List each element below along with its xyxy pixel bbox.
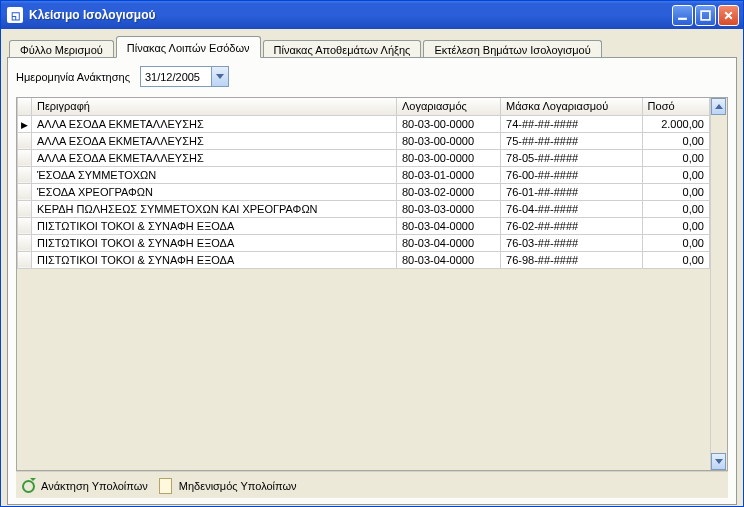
table-row[interactable]: ΈΣΟΔΑ ΣΥΜΜΕΤΟΧΩΝ80-03-01-000076-00-##-##…: [18, 166, 710, 183]
data-grid: Περιγραφή Λογαριασμός Μάσκα Λογαριασμού …: [16, 97, 728, 471]
row-indicator: [18, 200, 32, 217]
col-amount[interactable]: Ποσό: [642, 98, 709, 115]
cell-account[interactable]: 80-03-04-0000: [396, 217, 500, 234]
table-row[interactable]: ΚΕΡΔΗ ΠΩΛΗΣΕΩΣ ΣΥΜΜΕΤΟΧΩΝ ΚΑΙ ΧΡΕΟΓΡΑΦΩΝ…: [18, 200, 710, 217]
tab-panel: Ημερομηνία Ανάκτησης Περιγραφή: [7, 57, 737, 505]
cell-amount[interactable]: 0,00: [642, 200, 709, 217]
row-indicator: [18, 234, 32, 251]
cell-desc[interactable]: ΈΣΟΔΑ ΧΡΕΟΓΡΑΦΩΝ: [32, 183, 397, 200]
minimize-button[interactable]: [672, 5, 693, 26]
cell-account[interactable]: 80-03-00-0000: [396, 132, 500, 149]
close-button[interactable]: [718, 5, 739, 26]
cell-mask[interactable]: 76-98-##-####: [501, 251, 643, 268]
col-mask[interactable]: Μάσκα Λογαριασμού: [501, 98, 643, 115]
table-row[interactable]: ΠΙΣΤΩΤΙΚΟΙ ΤΟΚΟΙ & ΣΥΝΑΦΗ ΕΞΟΔΑ80-03-04-…: [18, 234, 710, 251]
document-icon: [158, 478, 174, 494]
row-indicator: ▶: [18, 115, 32, 132]
cell-amount[interactable]: 0,00: [642, 217, 709, 234]
cell-mask[interactable]: 76-03-##-####: [501, 234, 643, 251]
tabstrip: Φύλλο Μερισμού Πίνακας Λοιπών Εσόδων Πίν…: [7, 35, 737, 58]
retrieval-date-label: Ημερομηνία Ανάκτησης: [16, 71, 130, 83]
cell-desc[interactable]: ΑΛΛΑ ΕΣΟΔΑ ΕΚΜΕΤΑΛΛΕΥΣΗΣ: [32, 115, 397, 132]
reset-balances-label: Μηδενισμός Υπολοίπων: [179, 480, 297, 492]
retrieval-date-input[interactable]: [140, 66, 229, 87]
cell-account[interactable]: 80-03-02-0000: [396, 183, 500, 200]
table-row[interactable]: ΑΛΛΑ ΕΣΟΔΑ ΕΚΜΕΤΑΛΛΕΥΣΗΣ80-03-00-000075-…: [18, 132, 710, 149]
window-title: Κλείσιμο Ισολογισμού: [29, 8, 672, 22]
titlebar: ◱ Κλείσιμο Ισολογισμού: [1, 1, 743, 29]
action-bar: Ανάκτηση Υπολοίπων Μηδενισμός Υπολοίπων: [16, 471, 728, 498]
table-row[interactable]: ▶ΑΛΛΑ ΕΣΟΔΑ ΕΚΜΕΤΑΛΛΕΥΣΗΣ80-03-00-000074…: [18, 115, 710, 132]
scroll-up-button[interactable]: [711, 98, 726, 115]
cell-desc[interactable]: ΠΙΣΤΩΤΙΚΟΙ ΤΟΚΟΙ & ΣΥΝΑΦΗ ΕΞΟΔΑ: [32, 217, 397, 234]
maximize-button[interactable]: [695, 5, 716, 26]
cell-account[interactable]: 80-03-00-0000: [396, 115, 500, 132]
retrieval-date-row: Ημερομηνία Ανάκτησης: [16, 66, 728, 87]
retrieve-balances-label: Ανάκτηση Υπολοίπων: [41, 480, 148, 492]
grid-header-row: Περιγραφή Λογαριασμός Μάσκα Λογαριασμού …: [18, 98, 710, 115]
client-area: Φύλλο Μερισμού Πίνακας Λοιπών Εσόδων Πίν…: [1, 29, 743, 506]
row-indicator: [18, 217, 32, 234]
vertical-scrollbar[interactable]: [710, 98, 727, 470]
row-indicator: [18, 251, 32, 268]
cell-mask[interactable]: 75-##-##-####: [501, 132, 643, 149]
cell-amount[interactable]: 0,00: [642, 234, 709, 251]
table-row[interactable]: ΈΣΟΔΑ ΧΡΕΟΓΡΑΦΩΝ80-03-02-000076-01-##-##…: [18, 183, 710, 200]
app-icon: ◱: [7, 7, 23, 23]
cell-desc[interactable]: ΠΙΣΤΩΤΙΚΟΙ ΤΟΚΟΙ & ΣΥΝΑΦΗ ΕΞΟΔΑ: [32, 251, 397, 268]
app-window: ◱ Κλείσιμο Ισολογισμού Φύλλο Μερισμού Πί…: [0, 0, 744, 507]
cell-account[interactable]: 80-03-04-0000: [396, 251, 500, 268]
svg-rect-0: [678, 17, 687, 19]
col-account[interactable]: Λογαριασμός: [396, 98, 500, 115]
cell-mask[interactable]: 76-02-##-####: [501, 217, 643, 234]
col-description[interactable]: Περιγραφή: [32, 98, 397, 115]
row-indicator: [18, 183, 32, 200]
window-controls: [672, 5, 739, 26]
cell-mask[interactable]: 74-##-##-####: [501, 115, 643, 132]
cell-account[interactable]: 80-03-03-0000: [396, 200, 500, 217]
svg-rect-1: [701, 11, 710, 20]
cell-mask[interactable]: 78-05-##-####: [501, 149, 643, 166]
row-indicator: [18, 149, 32, 166]
cell-account[interactable]: 80-03-01-0000: [396, 166, 500, 183]
cell-amount[interactable]: 0,00: [642, 166, 709, 183]
date-dropdown-button[interactable]: [211, 67, 228, 86]
table-row[interactable]: ΑΛΛΑ ΕΣΟΔΑ ΕΚΜΕΤΑΛΛΕΥΣΗΣ80-03-00-000078-…: [18, 149, 710, 166]
cell-desc[interactable]: ΑΛΛΑ ΕΣΟΔΑ ΕΚΜΕΤΑΛΛΕΥΣΗΣ: [32, 149, 397, 166]
refresh-icon: [20, 478, 36, 494]
cell-amount[interactable]: 0,00: [642, 149, 709, 166]
retrieve-balances-button[interactable]: Ανάκτηση Υπολοίπων: [20, 478, 148, 494]
table-row[interactable]: ΠΙΣΤΩΤΙΚΟΙ ΤΟΚΟΙ & ΣΥΝΑΦΗ ΕΞΟΔΑ80-03-04-…: [18, 217, 710, 234]
table-row[interactable]: ΠΙΣΤΩΤΙΚΟΙ ΤΟΚΟΙ & ΣΥΝΑΦΗ ΕΞΟΔΑ80-03-04-…: [18, 251, 710, 268]
cell-desc[interactable]: ΚΕΡΔΗ ΠΩΛΗΣΕΩΣ ΣΥΜΜΕΤΟΧΩΝ ΚΑΙ ΧΡΕΟΓΡΑΦΩΝ: [32, 200, 397, 217]
reset-balances-button[interactable]: Μηδενισμός Υπολοίπων: [158, 478, 297, 494]
cell-amount[interactable]: 0,00: [642, 132, 709, 149]
cell-mask[interactable]: 76-00-##-####: [501, 166, 643, 183]
row-indicator: [18, 132, 32, 149]
row-selector-header: [18, 98, 32, 115]
tab-other-income[interactable]: Πίνακας Λοιπών Εσόδων: [116, 36, 261, 58]
row-indicator: [18, 166, 32, 183]
cell-desc[interactable]: ΈΣΟΔΑ ΣΥΜΜΕΤΟΧΩΝ: [32, 166, 397, 183]
cell-account[interactable]: 80-03-04-0000: [396, 234, 500, 251]
cell-amount[interactable]: 0,00: [642, 251, 709, 268]
retrieval-date-field[interactable]: [141, 69, 211, 85]
cell-desc[interactable]: ΑΛΛΑ ΕΣΟΔΑ ΕΚΜΕΤΑΛΛΕΥΣΗΣ: [32, 132, 397, 149]
scroll-down-button[interactable]: [711, 453, 726, 470]
cell-amount[interactable]: 2.000,00: [642, 115, 709, 132]
cell-mask[interactable]: 76-04-##-####: [501, 200, 643, 217]
cell-desc[interactable]: ΠΙΣΤΩΤΙΚΟΙ ΤΟΚΟΙ & ΣΥΝΑΦΗ ΕΞΟΔΑ: [32, 234, 397, 251]
cell-mask[interactable]: 76-01-##-####: [501, 183, 643, 200]
cell-account[interactable]: 80-03-00-0000: [396, 149, 500, 166]
cell-amount[interactable]: 0,00: [642, 183, 709, 200]
